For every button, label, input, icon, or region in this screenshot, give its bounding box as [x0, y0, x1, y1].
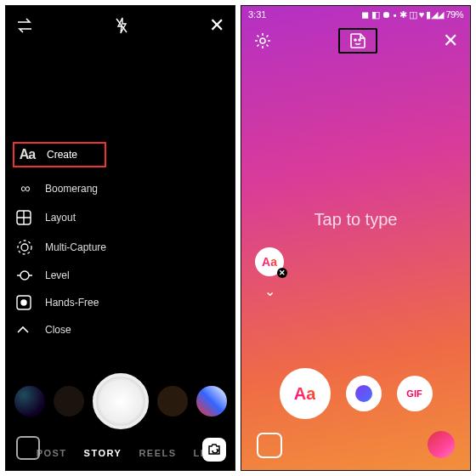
sticker-button-highlight[interactable]: [338, 28, 377, 54]
tap-to-type[interactable]: Tap to type: [241, 210, 470, 230]
effect-thumb[interactable]: [14, 386, 45, 416]
chevron-up-icon: [16, 326, 35, 334]
svg-point-5: [21, 300, 26, 305]
effect-thumb[interactable]: [157, 386, 188, 416]
chevron-down-icon[interactable]: ⌄: [264, 283, 275, 299]
gif-tool-button[interactable]: GIF: [397, 376, 433, 411]
shutter-button[interactable]: [93, 373, 149, 429]
menu-create[interactable]: Aa Create: [13, 142, 106, 167]
svg-point-7: [354, 39, 356, 41]
mode-reels[interactable]: REELS: [139, 448, 176, 458]
gallery-button[interactable]: [257, 433, 282, 458]
multi-capture-icon: [16, 239, 35, 256]
aa-icon: Aa: [294, 384, 316, 404]
mode-story[interactable]: STORY: [84, 448, 122, 458]
menu-label: Hands-Free: [45, 297, 99, 309]
menu-label: Layout: [45, 212, 76, 224]
close-icon[interactable]: ✕: [209, 14, 224, 37]
mode-post[interactable]: POST: [37, 448, 67, 458]
status-battery: 79%: [445, 9, 463, 20]
close-icon[interactable]: ✕: [443, 30, 458, 52]
svg-point-3: [20, 271, 29, 280]
android-status-bar: 3:31 ◼ ◧ ⏺ ⬝ ✱ ◫ ♥ ▮◢◢ 79%: [241, 6, 470, 21]
text-style-pill: Aa ✕ ⌄: [255, 247, 284, 299]
text-aa-icon: Aa: [18, 147, 37, 162]
camera-top-bar: ✕: [6, 6, 235, 45]
text-style-button[interactable]: Aa ✕: [255, 247, 284, 276]
status-icons: ◼ ◧ ⏺ ⬝ ✱ ◫ ♥ ▮◢◢: [361, 9, 443, 20]
create-tools-row: Aa GIF: [241, 368, 470, 419]
settings-gear-icon[interactable]: [253, 31, 272, 50]
remove-badge-icon[interactable]: ✕: [277, 268, 287, 278]
menu-label: Create: [47, 149, 77, 161]
mention-icon: [355, 385, 372, 402]
gallery-button[interactable]: [16, 436, 40, 460]
flash-off-icon[interactable]: [33, 17, 209, 34]
svg-point-6: [260, 38, 265, 43]
level-icon: [16, 269, 35, 281]
menu-layout[interactable]: Layout: [16, 210, 106, 225]
menu-multi-capture[interactable]: Multi-Capture: [16, 239, 106, 256]
record-icon: [16, 295, 35, 310]
create-mode-menu: Aa Create ∞ Boomerang Layout Multi-Captu…: [16, 142, 106, 336]
layout-icon: [16, 210, 35, 225]
menu-label: Level: [45, 269, 70, 281]
menu-hands-free[interactable]: Hands-Free: [16, 295, 106, 310]
menu-label: Boomerang: [45, 183, 98, 195]
menu-boomerang[interactable]: ∞ Boomerang: [16, 181, 106, 196]
menu-label: Multi-Capture: [45, 241, 106, 253]
menu-level[interactable]: Level: [16, 269, 106, 281]
swap-arrows-icon[interactable]: [16, 18, 33, 33]
aa-icon: Aa: [262, 255, 277, 269]
story-camera-screen: ✕ Aa Create ∞ Boomerang Layout Mul: [5, 5, 235, 471]
create-top-bar: ✕: [241, 21, 470, 60]
effect-thumb[interactable]: [196, 386, 227, 416]
shutter-row: [6, 373, 235, 429]
switch-camera-icon[interactable]: [202, 438, 226, 462]
svg-point-2: [18, 241, 31, 254]
svg-point-8: [359, 39, 360, 41]
text-tool-button[interactable]: Aa: [280, 368, 331, 419]
create-text-screen: 3:31 ◼ ◧ ⏺ ⬝ ✱ ◫ ♥ ▮◢◢ 79% ✕ Tap to type…: [241, 5, 471, 471]
menu-close[interactable]: Close: [16, 324, 106, 336]
infinity-icon: ∞: [16, 181, 35, 196]
camera-modes: POST STORY REELS LI: [6, 448, 235, 458]
menu-label: Close: [45, 324, 71, 336]
shoutout-tool-button[interactable]: [346, 376, 382, 411]
svg-point-1: [21, 244, 28, 251]
background-color-button[interactable]: [428, 431, 455, 458]
status-time: 3:31: [248, 9, 266, 20]
effect-thumb[interactable]: [54, 386, 84, 416]
